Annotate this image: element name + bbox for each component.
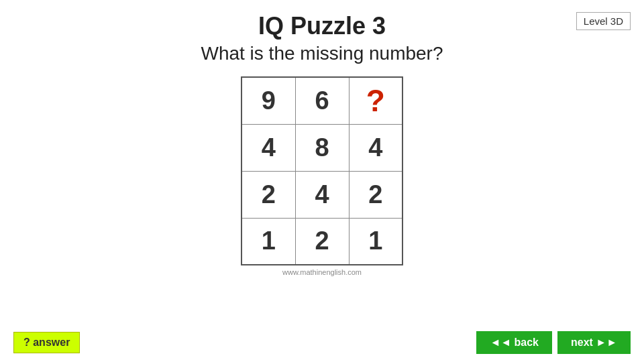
next-button[interactable]: next ►► [557, 331, 631, 354]
watermark: www.mathinenglish.com [0, 268, 644, 276]
back-button[interactable]: ◄◄ back [476, 331, 552, 354]
grid-cell: 1 [349, 218, 402, 265]
grid-cell: 4 [295, 171, 349, 218]
bottom-bar: ? answer ◄◄ back next ►► [0, 331, 644, 354]
grid-cell: 2 [295, 218, 349, 265]
puzzle-grid: 96?484242121 [241, 76, 403, 265]
grid-cell: 6 [295, 77, 349, 124]
grid-container: 96?484242121 [0, 76, 644, 265]
grid-cell: 9 [241, 77, 295, 124]
grid-cell: 2 [241, 171, 295, 218]
grid-cell: 4 [241, 124, 295, 171]
subtitle: What is the missing number? [0, 43, 644, 64]
nav-buttons: ◄◄ back next ►► [476, 331, 631, 354]
grid-cell: 1 [241, 218, 295, 265]
grid-cell: ? [349, 77, 402, 124]
answer-button[interactable]: ? answer [13, 332, 80, 353]
level-badge: Level 3D [576, 12, 631, 30]
page-title: IQ Puzzle 3 [258, 12, 386, 40]
grid-cell: 2 [349, 171, 402, 218]
header: IQ Puzzle 3 Level 3D [0, 0, 644, 40]
grid-cell: 8 [295, 124, 349, 171]
grid-cell: 4 [349, 124, 402, 171]
